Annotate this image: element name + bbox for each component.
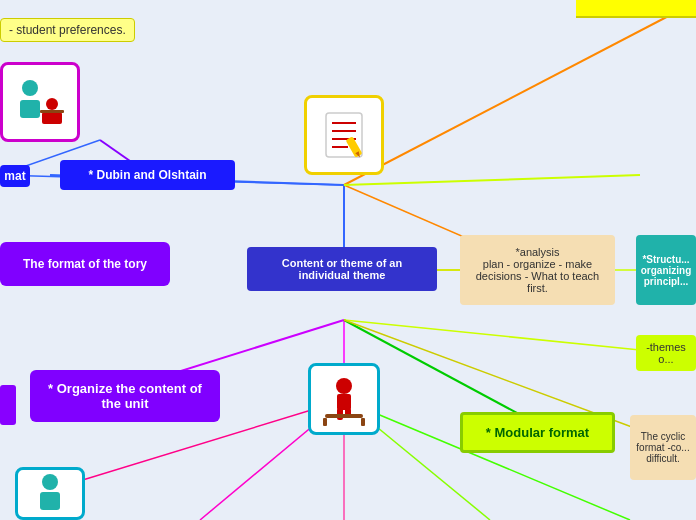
svg-rect-38 <box>361 418 365 426</box>
top-center-icon <box>304 95 384 175</box>
format-tory-node: The format of the tory <box>0 242 170 286</box>
modular-format-node: * Modular format <box>460 412 615 453</box>
student-preferences-node: - student preferences. <box>0 18 135 42</box>
top-left-icon <box>0 62 80 142</box>
content-theme-center-node: Content or theme of an individual theme <box>247 247 437 291</box>
cyclic-format-node: The cyclic format -co... difficult. <box>630 415 696 480</box>
svg-rect-36 <box>325 414 363 418</box>
svg-point-22 <box>46 98 58 110</box>
themes-node: -themes o... <box>636 335 696 371</box>
svg-point-20 <box>22 80 38 96</box>
lower-center-icon <box>308 363 380 435</box>
svg-rect-37 <box>323 418 327 426</box>
svg-rect-21 <box>20 100 40 118</box>
svg-rect-24 <box>40 110 64 113</box>
left-indicator <box>0 385 16 425</box>
top-right-bar <box>576 0 696 18</box>
svg-point-39 <box>42 474 58 490</box>
svg-rect-40 <box>40 492 60 510</box>
format-partial-node: mat <box>0 165 30 187</box>
structure-node: *Structu... organizing principl... <box>636 235 696 305</box>
mind-map: - student preferences. mat * Dubin and O… <box>0 0 696 520</box>
bottom-left-icon <box>15 467 85 520</box>
svg-line-5 <box>344 175 640 185</box>
dubin-olshtain-node: * Dubin and Olshtain <box>60 160 235 190</box>
analysis-node: *analysis plan - organize - make decisio… <box>460 235 615 305</box>
svg-rect-23 <box>42 112 62 124</box>
svg-rect-33 <box>337 394 351 410</box>
svg-line-3 <box>344 10 680 185</box>
svg-line-9 <box>344 320 640 350</box>
organize-node: * Organize the content of the unit <box>30 370 220 422</box>
svg-point-32 <box>336 378 352 394</box>
